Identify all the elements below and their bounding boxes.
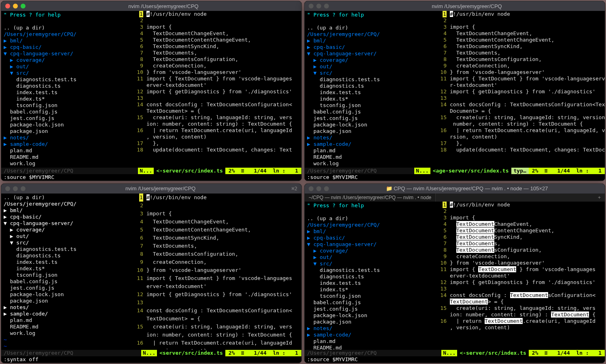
file-tree-pane[interactable]: " Press ? for help .. (up a dir) /Users/… <box>1 11 132 168</box>
line-number-gutter: 1 2 3 4 5 6 7 8 9 10 11 12 13 14 15 16 1… <box>435 11 450 168</box>
traffic-lights <box>5 186 25 191</box>
mode-indicator: N... <box>141 350 157 356</box>
window-title: nvim /Users/jeremygreer/CPQ <box>30 3 297 9</box>
minimize-icon[interactable] <box>13 186 18 191</box>
window-tab-indicator: ⌘2 <box>292 186 297 191</box>
window-title: nvim /Users/jeremygreer/CPQ <box>30 185 292 191</box>
status-left-path: /Users/jeremygreer/CPQ <box>1 350 141 356</box>
tab-label: ~/CPQ — nvim /Users/jeremygreer/CPQ — nv… <box>309 195 431 200</box>
status-left-path: /Users/jeremygreer/CPQ <box>1 168 138 174</box>
close-icon[interactable] <box>5 186 10 191</box>
minimize-icon[interactable] <box>13 4 18 8</box>
command-line[interactable]: :syntax off <box>1 356 301 363</box>
status-filename: <age-server/src/index.ts <box>430 168 511 174</box>
traffic-lights <box>309 4 329 8</box>
traffic-lights <box>309 186 329 191</box>
editor-pane[interactable]: 1 2 3 4 5 6 7 8 9 10 11 12 13 14 15 16 1… <box>435 11 605 168</box>
terminal-body[interactable]: " Press ? for help .. (up a dir) /Users/… <box>1 11 301 168</box>
titlebar[interactable]: nvim /Users/jeremygreer/CPQ <box>305 1 605 11</box>
mode-indicator: N... <box>441 350 457 356</box>
status-line: /Users/jeremygreer/CPQ N... <age-server/… <box>305 168 605 174</box>
mode-indicator: N... <box>414 168 430 174</box>
window-title: nvim /Users/jeremygreer/CPQ <box>333 3 601 9</box>
zoom-icon[interactable] <box>21 4 25 8</box>
file-tree-pane[interactable]: " Press ? for help .. (up a dir) /Users/… <box>305 202 435 350</box>
desktop: nvim /Users/jeremygreer/CPQ " Press ? fo… <box>0 0 606 364</box>
terminal-window-2: nvim /Users/jeremygreer/CPQ " Press ? fo… <box>304 1 605 181</box>
file-tree-pane[interactable]: " Press ? for help .. (up a dir) /Users/… <box>305 11 435 168</box>
editor-pane[interactable]: 1 2 3 4 5 6 7 8 9 10 11 12 13 14 15 16 1… <box>132 194 301 350</box>
titlebar[interactable]: nvim /Users/jeremygreer/CPQ <box>1 1 301 11</box>
file-tree-pane[interactable]: .. (up a dir) /Users/jeremygreer/CPQ/ ▶ … <box>1 194 132 350</box>
code-area[interactable]: #!/usr/bin/env node import { TextDocumen… <box>450 11 605 168</box>
minimize-icon[interactable] <box>316 186 321 191</box>
command-line[interactable]: :source $MYVIMRC <box>305 174 605 181</box>
status-filename: <server/src/index.ts <box>157 350 225 356</box>
status-left-path: /Users/jeremygreer/CPQ <box>305 168 414 174</box>
terminal-window-1: nvim /Users/jeremygreer/CPQ " Press ? fo… <box>1 1 302 181</box>
tab-bar[interactable]: ~/CPQ — nvim /Users/jeremygreer/CPQ — nv… <box>305 194 605 202</box>
editor-pane[interactable]: 1 2 3 4 5 6 7 8 9 10 11 12 13 14 15 16 #… <box>435 202 605 350</box>
new-tab-button[interactable]: + <box>594 195 605 200</box>
window-title: 📁 CPQ — nvim /Users/jeremygreer/CPQ — nv… <box>333 185 601 191</box>
status-line: /Users/jeremygreer/CPQ N... <-server/src… <box>305 350 605 356</box>
line-number-gutter: 1 2 3 4 5 6 7 8 9 10 11 12 13 14 15 16 1… <box>132 11 146 168</box>
status-filename: <-server/src/index.ts <box>154 168 225 174</box>
mode-indicator: N... <box>138 168 154 174</box>
status-left-path: /Users/jeremygreer/CPQ <box>305 350 441 356</box>
status-line: /Users/jeremygreer/CPQ N... <server/src/… <box>1 350 301 356</box>
status-position: 2% ≡ 1/44 ln : 1 <box>529 168 605 174</box>
code-area[interactable]: #!/usr/bin/env node import { TextDocumen… <box>450 202 605 350</box>
zoom-icon[interactable] <box>21 186 25 191</box>
code-area[interactable]: #!/usr/bin/env node import { TextDocumen… <box>146 11 301 168</box>
close-icon[interactable] <box>5 4 10 8</box>
command-line[interactable]: :source $MYVIMRC <box>1 174 301 181</box>
terminal-body[interactable]: " Press ? for help .. (up a dir) /Users/… <box>305 11 605 168</box>
traffic-lights <box>5 4 25 8</box>
line-number-gutter: 1 2 3 4 5 6 7 8 9 10 11 12 13 14 15 16 1… <box>132 194 146 350</box>
tab-active[interactable]: ~/CPQ — nvim /Users/jeremygreer/CPQ — nv… <box>305 194 436 202</box>
terminal-body[interactable]: .. (up a dir) /Users/jeremygreer/CPQ/ ▶ … <box>1 194 301 350</box>
command-line[interactable]: :source $MYVIMRC <box>305 356 605 363</box>
status-position: 2% ≡ 1/44 ln : 1 <box>225 350 301 356</box>
status-filetype: typ… <box>511 168 529 174</box>
minimize-icon[interactable] <box>316 4 321 8</box>
status-line: /Users/jeremygreer/CPQ N... <-server/src… <box>1 168 301 174</box>
status-position: 2% ≡ 1/44 ln : 1 <box>529 350 605 356</box>
titlebar[interactable]: nvim /Users/jeremygreer/CPQ ⌘2 <box>1 184 301 194</box>
titlebar[interactable]: 📁 CPQ — nvim /Users/jeremygreer/CPQ — nv… <box>305 184 605 194</box>
line-number-gutter: 1 2 3 4 5 6 7 8 9 10 11 12 13 14 15 16 <box>435 202 450 350</box>
close-icon[interactable] <box>309 186 314 191</box>
status-position: 2% ≡ 1/44 ln : 1 <box>225 168 301 174</box>
terminal-body[interactable]: " Press ? for help .. (up a dir) /Users/… <box>305 202 605 350</box>
code-area[interactable]: #!/usr/bin/env node import { TextDocumen… <box>146 194 301 350</box>
status-filename: <-server/src/index.ts <box>457 350 528 356</box>
zoom-icon[interactable] <box>324 4 329 8</box>
editor-pane[interactable]: 1 2 3 4 5 6 7 8 9 10 11 12 13 14 15 16 1… <box>132 11 301 168</box>
terminal-window-4: 📁 CPQ — nvim /Users/jeremygreer/CPQ — nv… <box>304 183 605 364</box>
zoom-icon[interactable] <box>324 186 329 191</box>
close-icon[interactable] <box>309 4 314 8</box>
terminal-window-3: nvim /Users/jeremygreer/CPQ ⌘2 .. (up a … <box>1 183 302 364</box>
